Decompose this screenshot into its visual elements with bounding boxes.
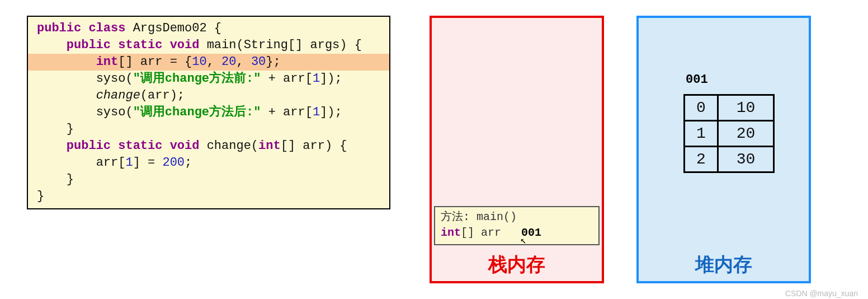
stack-frame-main: 方法: main() int[] arr001 ↖ xyxy=(434,206,600,245)
text: , xyxy=(236,55,251,69)
code-line: } xyxy=(28,171,389,188)
text: [] arr = { xyxy=(118,55,192,69)
array-index: 1 xyxy=(685,121,718,147)
number: 10 xyxy=(192,55,206,69)
array-value: 20 xyxy=(718,121,774,147)
array-value: 10 xyxy=(718,95,774,121)
heap-memory-panel: 001 010 120 230 堆内存 xyxy=(636,16,811,283)
stack-frame-method: 方法: main() xyxy=(441,209,593,225)
stack-frame-var: int[] arr001 xyxy=(441,225,593,241)
cursor-icon: ↖ xyxy=(520,233,526,249)
keyword: public static void xyxy=(67,38,200,52)
class-name: ArgsDemo02 { xyxy=(125,21,221,35)
array-index: 0 xyxy=(685,95,718,121)
table-row: 010 xyxy=(685,95,774,121)
code-line: arr[1] = 200; xyxy=(28,155,389,171)
number: 20 xyxy=(221,55,236,69)
heap-address: 001 xyxy=(686,73,708,87)
array-index: 2 xyxy=(685,147,718,172)
text: + arr[ xyxy=(261,72,312,86)
brace: } xyxy=(37,189,44,203)
code-line: } xyxy=(28,121,389,138)
text: ; xyxy=(185,156,192,170)
method-name: main() xyxy=(470,211,517,223)
code-line: change(arr); xyxy=(28,87,389,104)
array-value: 30 xyxy=(718,147,774,172)
keyword: int xyxy=(96,55,119,69)
keyword: public static void xyxy=(67,139,200,153)
code-line: syso("调用change方法后:" + arr[1]); xyxy=(28,104,389,121)
table-row: 120 xyxy=(685,121,774,147)
stack-title: 栈内存 xyxy=(432,252,602,278)
brace: } xyxy=(67,172,74,186)
number: 1 xyxy=(125,156,133,170)
method-label: 方法: xyxy=(441,211,470,223)
code-line: syso("调用change方法前:" + arr[1]); xyxy=(28,71,389,87)
call: change xyxy=(96,88,140,102)
text: [] arr) { xyxy=(281,139,347,153)
text: syso( xyxy=(96,105,133,119)
var-name: [] arr xyxy=(461,226,501,239)
text: ]); xyxy=(320,105,342,119)
text: (arr); xyxy=(140,88,185,102)
number: 30 xyxy=(251,55,266,69)
text: }; xyxy=(266,55,280,69)
main-sig: main(String[] args) { xyxy=(199,38,361,52)
number: 200 xyxy=(162,156,185,170)
watermark: CSDN @mayu_xuan xyxy=(785,289,858,298)
string: "调用change方法后:" xyxy=(133,105,261,119)
table-row: 230 xyxy=(685,147,774,172)
code-line: } xyxy=(28,188,389,205)
code-line: public static void change(int[] arr) { xyxy=(28,138,389,155)
text: ] = xyxy=(133,156,163,170)
stack-memory-panel: 方法: main() int[] arr001 ↖ 栈内存 xyxy=(430,16,604,283)
code-panel: public class ArgsDemo02 { public static … xyxy=(27,16,390,209)
text: change( xyxy=(199,139,258,153)
code-line: public static void main(String[] args) { xyxy=(28,37,389,54)
keyword: public class xyxy=(37,21,125,35)
text: arr[ xyxy=(96,156,126,170)
text: syso( xyxy=(96,72,133,86)
text: , xyxy=(207,55,221,69)
keyword: int xyxy=(441,226,461,239)
brace: } xyxy=(67,122,74,136)
heap-title: 堆内存 xyxy=(639,252,809,278)
array-table: 010 120 230 xyxy=(683,94,775,173)
text: ]); xyxy=(320,72,342,86)
code-line: public class ArgsDemo02 { xyxy=(28,20,389,37)
number: 1 xyxy=(313,72,320,86)
keyword: int xyxy=(258,139,281,153)
highlighted-line: int[] arr = {10, 20, 30}; xyxy=(28,54,389,71)
number: 1 xyxy=(313,105,320,119)
string: "调用change方法前:" xyxy=(133,72,261,86)
text: + arr[ xyxy=(261,105,312,119)
